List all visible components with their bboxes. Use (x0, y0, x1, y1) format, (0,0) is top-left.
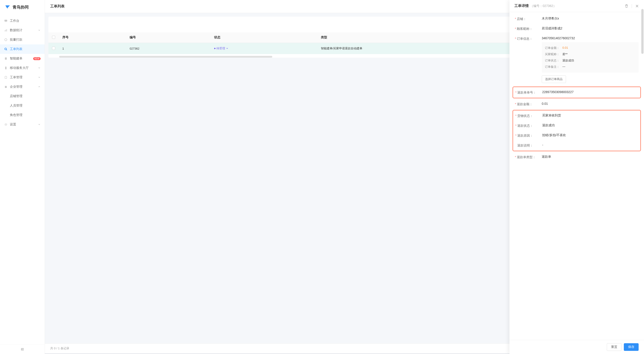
row-checkbox[interactable] (52, 47, 55, 50)
svg-rect-0 (4, 20, 7, 22)
building-icon (4, 85, 8, 89)
highlight-refund-details: *货物状态： 买家未收到货 *退款状态： 退款成功 *退款原因： 拍错/多拍/不… (512, 110, 641, 151)
logo[interactable]: 青鸟协同 (0, 0, 44, 14)
svg-point-5 (5, 39, 7, 41)
label-text: 退款原因： (517, 134, 533, 137)
ob-label: 订单金额： (545, 46, 562, 50)
cell-code: 027362 (126, 43, 210, 54)
label-text: 顾客昵称： (517, 27, 532, 31)
ob-label: 订单备注： (545, 65, 562, 69)
svg-rect-2 (5, 30, 5, 32)
svg-rect-4 (6, 29, 7, 32)
label-text: 店铺： (517, 17, 526, 21)
circle-icon (4, 38, 8, 42)
page-scrollbar[interactable] (641, 9, 644, 54)
nav-label: 工作台 (10, 19, 40, 23)
nav-label: 移动服务大厅 (10, 66, 36, 70)
chevron-down-icon (38, 123, 40, 126)
sidebar-collapse[interactable] (0, 344, 44, 354)
value-customer: 若泪成诗影成2 (542, 27, 638, 31)
subnav-item-role-manage[interactable]: 角色管理 (0, 110, 44, 120)
field-refund-type: *退款单类型： 退款单 (515, 152, 638, 162)
delete-button[interactable] (624, 4, 628, 8)
value-refund-type: 退款单 (542, 155, 638, 159)
subnav-item-shop-manage[interactable]: 店铺管理 (0, 92, 44, 101)
field-refund-no: *退款单单号： 228973503098003227 (515, 88, 638, 97)
chevron-down-icon (38, 76, 40, 79)
svg-point-13 (4, 123, 7, 126)
mobile-icon (4, 66, 8, 70)
panel-subtitle: （编号：027362） (530, 4, 556, 8)
detail-panel: 工单详情 （编号：027362） *店铺： 木月堺希尔x *顾客昵称： 若泪成诗… (510, 0, 644, 354)
label-text: 退款金额： (517, 102, 532, 106)
divider (632, 4, 632, 8)
ob-value-remark: — (562, 65, 565, 69)
nav-label: 数据统计 (10, 28, 36, 32)
subnav-item-staff-manage[interactable]: 人员管理 (0, 101, 44, 110)
field-customer: *顾客昵称： 若泪成诗影成2 (515, 24, 638, 34)
nav-label: 批量打款 (10, 38, 40, 42)
nav-item-workorder-manage[interactable]: 工单管理 (0, 73, 44, 82)
field-refund-status: *退款状态： 退款成功 (515, 121, 638, 131)
label-text: 退款状态： (517, 124, 533, 127)
reset-button[interactable]: 重置 (607, 343, 622, 351)
nav-item-workorder-list[interactable]: 工单列表 (0, 45, 44, 54)
nav: 工作台 数据统计 批量打款 工单列表 智能建单 NEW (0, 14, 44, 344)
select-order-goods-button[interactable]: 选择订单商品 (542, 75, 566, 83)
nav-item-workbench[interactable]: 工作台 (0, 16, 44, 26)
value-goods-status: 买家未收到货 (542, 114, 638, 118)
svg-rect-3 (6, 30, 6, 32)
status-dropdown[interactable]: 待受理 (214, 47, 228, 51)
nav-item-enterprise-manage[interactable]: 企业管理 (0, 82, 44, 92)
status-dot-icon (214, 48, 216, 49)
svg-point-12 (5, 124, 6, 125)
new-badge: NEW (33, 57, 40, 60)
nav-item-batch-pay[interactable]: 批量打款 (0, 35, 44, 45)
close-button[interactable] (635, 4, 639, 8)
panel-header: 工单详情 （编号：027362） (510, 0, 644, 12)
save-button[interactable]: 保存 (624, 343, 638, 351)
table-scrollbar[interactable] (59, 56, 272, 58)
label-text: 退款单单号： (517, 91, 536, 94)
nav-item-statistics[interactable]: 数据统计 (0, 26, 44, 35)
field-goods-status: *货物状态： 买家未收到货 (515, 111, 638, 121)
search-icon (4, 47, 8, 51)
ob-label: 订单状态： (545, 59, 562, 63)
nav-item-smart-create[interactable]: 智能建单 NEW (0, 54, 44, 63)
value-refund-no: 228973503098003227 (542, 90, 638, 94)
chevron-down-icon (226, 47, 228, 50)
order-summary-box: 订单金额：0.01 买家昵称：若** 订单状态：退款成功 订单备注：— (542, 42, 638, 73)
page-title: 工单列表 (50, 4, 64, 8)
nav-label: 设置 (10, 123, 36, 127)
status-text: 待受理 (216, 47, 225, 51)
chevron-down-icon (38, 29, 40, 32)
label-text: 退款单类型： (517, 155, 536, 159)
label-text: 退款说明： (517, 144, 533, 147)
nav-label: 工单列表 (10, 47, 40, 51)
nav-item-settings[interactable]: 设置 (0, 120, 44, 129)
svg-rect-11 (5, 86, 7, 88)
svg-line-7 (6, 50, 7, 50)
svg-rect-8 (5, 58, 7, 60)
chart-icon (4, 29, 8, 32)
monitor-icon (4, 19, 8, 23)
clipboard-icon (4, 76, 8, 79)
nav-label: 店铺管理 (10, 94, 40, 98)
label-text: 货物状态： (517, 114, 533, 118)
value-shop: 木月堺希尔x (542, 17, 638, 21)
ob-value-status: 退款成功 (562, 59, 574, 63)
highlight-refund-no: *退款单单号： 228973503098003227 (512, 87, 641, 98)
order-number: 3467056140276002732 (542, 36, 638, 40)
value-refund-amount: 0.01 (542, 102, 638, 105)
logo-icon (4, 4, 11, 10)
field-order-info: *订单信息： 3467056140276002732 订单金额：0.01 买家昵… (515, 34, 638, 86)
nav-label: 企业管理 (10, 85, 36, 89)
th-code: 编号 (126, 32, 210, 43)
svg-point-6 (5, 48, 6, 50)
nav-item-mobile-hall[interactable]: 移动服务大厅 (0, 63, 44, 73)
panel-body[interactable]: *店铺： 木月堺希尔x *顾客昵称： 若泪成诗影成2 *订单信息： 346705… (510, 12, 644, 340)
svg-rect-1 (6, 22, 6, 22)
nav-label: 人员管理 (10, 104, 40, 108)
document-icon (4, 57, 8, 60)
select-all-checkbox[interactable] (52, 36, 55, 39)
